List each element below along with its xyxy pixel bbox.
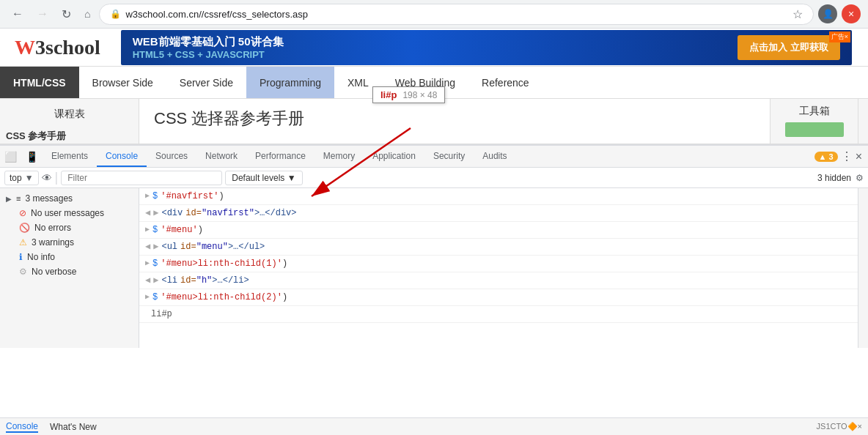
tab-security[interactable]: Security [424, 146, 474, 167]
devtools-tabbar: ⬜ 📱 Elements Console Sources Network Per… [0, 146, 868, 168]
nav-item-serverside[interactable]: Server Side [166, 67, 246, 98]
devtools-panel: ⬜ 📱 Elements Console Sources Network Per… [0, 144, 868, 348]
nav-refresh-button[interactable]: ↻ [57, 4, 76, 24]
bottom-tab-console[interactable]: Console [6, 421, 38, 433]
browser-chrome: ← → ↻ ⌂ 🔒 w3school.com.cn//cssref/css_se… [0, 0, 868, 29]
nav-back-button[interactable]: ← [7, 4, 28, 23]
console-sidebar: ▶ ≡ 3 messages ⊘ No user messages 🚫 No e… [0, 188, 139, 348]
info-icon: ℹ [19, 252, 23, 262]
console-sidebar-item-messages[interactable]: ▶ ≡ 3 messages [0, 191, 139, 206]
close-button[interactable]: × [842, 4, 861, 23]
profile-avatar[interactable]: 👤 [818, 4, 837, 23]
sidebar-right: 工具箱 [770, 99, 858, 144]
nav-item-browserside[interactable]: Browser Side [79, 67, 166, 98]
tab-audits[interactable]: Audits [474, 146, 515, 167]
ad-cta-button[interactable]: 点击加入 立即获取 [738, 35, 840, 60]
bottom-tab-whatsnew[interactable]: What's New [50, 422, 97, 432]
sidebar-left: 课程表 CSS 参考手册 [0, 99, 139, 144]
hidden-count: 3 hidden ⚙ [817, 173, 864, 183]
tooltip-size: 198 × 48 [402, 90, 437, 100]
devtools-tabs: Elements Console Sources Network Perform… [43, 146, 814, 167]
messages-icon: ≡ [16, 194, 21, 203]
gear-icon[interactable]: ⚙ [856, 173, 864, 183]
separator: | [55, 170, 59, 185]
page-title: CSS 选择器参考手册 [154, 108, 755, 130]
warning-badge: ▲ 3 [814, 152, 838, 162]
sidebar-left-subtitle: CSS 参考手册 [6, 130, 133, 143]
tab-network[interactable]: Network [196, 146, 246, 167]
console-sidebar-item-errors[interactable]: 🚫 No errors [0, 220, 139, 235]
nav-item-htmlcss[interactable]: HTML/CSS [0, 67, 79, 98]
devtools-inspect-button[interactable]: ⬜ [0, 148, 21, 166]
star-icon[interactable]: ☆ [792, 7, 803, 21]
context-value: top [10, 173, 22, 183]
eye-icon[interactable]: 👁 [42, 172, 52, 184]
nav-forward-button[interactable]: → [32, 4, 53, 23]
console-line: ▶ $ '#navfirst' ) [139, 188, 858, 205]
devtools-right-controls: ▲ 3 ⋮ × [814, 149, 868, 163]
url-text: w3school.com.cn//cssref/css_selectors.as… [125, 9, 788, 20]
console-sidebar-item-verbose[interactable]: ⚙ No verbose [0, 264, 139, 279]
console-line: ◀ ▶ <ul id="menu" >…</ul> [139, 239, 858, 256]
li-p-tooltip: li#p 198 × 48 [372, 86, 445, 103]
console-sidebar-item-warnings[interactable]: ⚠ 3 warnings [0, 235, 139, 250]
console-result: li#p [151, 308, 172, 321]
console-sidebar-item-info[interactable]: ℹ No info [0, 250, 139, 264]
tab-memory[interactable]: Memory [315, 146, 364, 167]
ad-banner[interactable]: WEB前端零基础入门 50讲合集 HTML5 + CSS + JAVASCRIP… [121, 30, 852, 65]
console-line: ▶ $ '#menu>li:nth-child(2)' ) [139, 289, 858, 306]
ad-subtitle: HTML5 + CSS + JAVASCRIPT [133, 49, 284, 60]
context-dropdown[interactable]: top ▼ [4, 171, 39, 185]
tab-elements[interactable]: Elements [43, 146, 97, 167]
site-header: WW33school WEB前端零基础入门 50讲合集 HTML5 + CSS … [0, 29, 868, 67]
main-content: CSS 选择器参考手册 [139, 99, 770, 144]
tab-application[interactable]: Application [364, 146, 424, 167]
sidebar-left-title: 课程表 [6, 105, 133, 124]
w3-logo[interactable]: WW33school [0, 36, 115, 59]
levels-label: Default levels ▼ [232, 173, 295, 183]
nav-item-reference[interactable]: Reference [468, 67, 542, 98]
bottom-bar: Console What's New JS1CTO🔶× [0, 417, 868, 435]
tab-performance[interactable]: Performance [246, 146, 315, 167]
warnings-icon: ⚠ [19, 237, 27, 248]
console-main-area: ▶ ≡ 3 messages ⊘ No user messages 🚫 No e… [0, 188, 868, 348]
nav-home-button[interactable]: ⌂ [80, 5, 95, 23]
expand-arrow[interactable]: ▶ [145, 190, 150, 203]
sidebar-right-button[interactable] [785, 122, 844, 137]
content-area: 课程表 CSS 参考手册 CSS 选择器参考手册 工具箱 [0, 99, 868, 144]
tab-console[interactable]: Console [97, 146, 147, 167]
console-line: ▶ $ '#menu>li:nth-child(1)' ) [139, 256, 858, 272]
verbose-icon: ⚙ [19, 267, 27, 277]
lock-icon: 🔒 [110, 9, 121, 19]
dropdown-arrow-icon: ▼ [25, 173, 34, 183]
filter-input[interactable] [61, 171, 222, 185]
levels-dropdown[interactable]: Default levels ▼ [225, 171, 302, 185]
console-result-line: li#p [139, 306, 858, 323]
ad-title: WEB前端零基础入门 50讲合集 [133, 35, 284, 49]
expand-arrow[interactable]: ▶ [145, 291, 150, 304]
console-output: ▶ $ '#navfirst' ) ◀ ▶ <div id="navfirst"… [139, 188, 858, 348]
console-line: ◀ ▶ <li id="h" >…</li> [139, 272, 858, 289]
expand-arrow[interactable]: ▶ [145, 223, 150, 237]
close-devtools-icon[interactable]: × [856, 150, 862, 163]
expand-icon: ▶ [6, 195, 12, 203]
console-line: ◀ ▶ <div id="navfirst" >…</div> [139, 205, 858, 222]
tab-sources[interactable]: Sources [147, 146, 196, 167]
user-msg-icon: ⊘ [19, 208, 26, 218]
url-bar[interactable]: 🔒 w3school.com.cn//cssref/css_selectors.… [99, 4, 814, 25]
errors-icon: 🚫 [19, 223, 30, 233]
devtools-device-button[interactable]: 📱 [21, 148, 43, 166]
console-line: ▶ $ '#menu' ) [139, 222, 858, 239]
expand-arrow[interactable]: ▶ [145, 257, 150, 270]
ad-badge: 广告× [829, 31, 850, 42]
console-toolbar: top ▼ 👁 | Default levels ▼ 3 hidden ⚙ [0, 168, 868, 188]
bottom-right-text: JS1CTO🔶× [817, 422, 862, 431]
nav-item-programming[interactable]: Programming [246, 67, 334, 98]
address-bar-row: ← → ↻ ⌂ 🔒 w3school.com.cn//cssref/css_se… [0, 0, 868, 28]
console-sidebar-item-user[interactable]: ⊘ No user messages [0, 206, 139, 220]
more-icon[interactable]: ⋮ [841, 149, 853, 163]
sidebar-right-title: 工具箱 [776, 105, 852, 118]
tooltip-text: li#p [380, 89, 397, 100]
